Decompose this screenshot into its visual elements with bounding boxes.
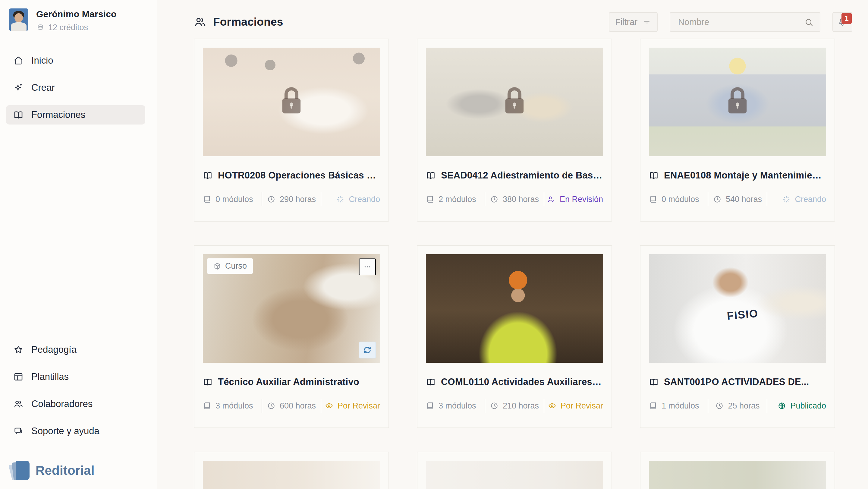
sidebar-item-label: Inicio [31,55,53,66]
course-card[interactable]: Curso Técnico Auxiliar Administrativo 3 … [194,245,389,428]
layout-icon [13,372,24,382]
clock-icon [267,195,276,204]
book-icon [426,402,434,410]
course-image-restaurant [203,48,380,156]
sidebar-item-colaboradores[interactable]: Colaboradores [6,394,145,414]
filter-label: Filtrar [615,17,638,27]
course-card[interactable] [194,452,389,489]
top-controls: Filtrar 1 [609,12,852,32]
sidebar-item-formaciones[interactable]: Formaciones [6,105,145,124]
hours-stat: 380 horas [485,195,544,204]
clock-icon [715,402,724,410]
logo-text: Reditorial [36,463,95,478]
sparkles-icon [13,83,24,93]
course-card[interactable]: COML0110 Actividades Auxiliares de... 3 … [417,245,612,428]
modules-stat: 1 módulos [649,401,708,410]
course-image-dog-training [426,48,603,156]
course-meta: 0 módulos 540 horas Creando [649,192,826,206]
cube-icon [213,262,221,270]
lock-icon [501,84,527,117]
lock-icon [278,84,304,117]
course-card[interactable] [417,452,612,489]
course-title: SEAD0412 Adiestramiento de Base y... [441,170,603,181]
course-title: Técnico Auxiliar Administrativo [218,376,359,388]
notification-badge: 1 [841,13,852,24]
filter-icon [642,18,651,27]
course-meta: 3 módulos 600 horas Por Revisar [203,399,380,413]
book-icon [203,402,211,410]
clock-icon [490,402,498,410]
course-image-physio: FISIO [649,254,826,363]
card-sync-button[interactable] [359,342,376,359]
hours-stat: 600 horas [262,401,321,410]
course-card[interactable]: SEAD0412 Adiestramiento de Base y... 2 m… [417,39,612,222]
user-card[interactable]: Gerónimo Marsico 12 créditos [0,8,157,32]
clock-icon [490,195,498,204]
ellipsis-icon [363,262,372,271]
filter-button[interactable]: Filtrar [609,12,658,32]
course-image [649,461,826,489]
course-card[interactable]: FISIO SANT001PO ACTIVIDADES DE... 1 módu… [640,245,835,428]
course-type-badge: Curso [207,258,253,274]
topbar: Formaciones Filtrar 1 [157,0,868,33]
course-image [203,461,380,489]
status-badge: Por Revisar [321,401,380,410]
notifications-button[interactable]: 1 [832,12,852,32]
course-book-icon [203,377,213,387]
book-icon [203,195,211,204]
course-card[interactable]: ENAE0108 Montaje y Mantenimiento... 0 mó… [640,39,835,222]
page-title: Formaciones [194,16,283,28]
clock-icon [267,402,276,410]
sidebar-item-plantillas[interactable]: Plantillas [6,367,145,387]
chat-icon [13,426,24,436]
course-card[interactable]: HOTR0208 Operaciones Básicas de... 0 mód… [194,39,389,222]
book-icon [426,195,434,204]
card-menu-button[interactable] [359,258,376,275]
status-badge: Publicado [767,401,826,410]
sidebar-nav-secondary: Pedagogía Plantillas Colaboradores Sopor… [0,340,157,484]
globe-icon [778,402,786,410]
course-title: ENAE0108 Montaje y Mantenimiento... [664,170,826,181]
sidebar-item-label: Formaciones [31,110,85,120]
sidebar-item-inicio[interactable]: Inicio [6,51,145,70]
status-badge: Creando [321,195,380,204]
credits-label: 12 créditos [48,23,88,32]
course-book-icon [426,377,435,387]
user-name: Gerónimo Marsico [36,9,117,19]
sidebar-item-label: Plantillas [31,371,69,382]
course-card[interactable] [640,452,835,489]
course-image-solar [649,48,826,156]
course-meta: 2 módulos 380 horas En Revisión [426,192,603,206]
modules-stat: 3 módulos [203,401,261,410]
hours-stat: 540 horas [708,195,767,204]
sidebar-item-crear[interactable]: Crear [6,78,145,97]
status-badge: Por Revisar [544,401,603,410]
status-badge: Creando [767,195,826,204]
modules-stat: 3 módulos [426,401,485,410]
status-badge: En Revisión [544,195,603,204]
course-image-office: Curso [203,254,380,363]
modules-stat: 0 módulos [203,195,261,204]
course-grid: HOTR0208 Operaciones Básicas de... 0 mód… [194,39,868,489]
hours-stat: 210 horas [485,401,544,410]
sidebar-item-label: Soporte y ayuda [31,426,99,436]
hours-stat: 25 horas [708,401,767,410]
sidebar: Gerónimo Marsico 12 créditos Inicio Crea… [0,0,157,489]
avatar [9,8,28,31]
logo-book-icon [10,461,30,481]
search-input[interactable] [670,13,820,31]
course-title: COML0110 Actividades Auxiliares de... [441,376,603,388]
modules-stat: 0 módulos [649,195,708,204]
user-check-icon [547,195,555,204]
sidebar-item-pedagogia[interactable]: Pedagogía [6,340,145,359]
lock-icon [724,84,750,117]
modules-stat: 2 módulos [426,195,485,204]
hours-stat: 290 horas [262,195,321,204]
eye-icon [325,402,333,410]
course-image-warehouse [426,254,603,363]
sidebar-item-soporte[interactable]: Soporte y ayuda [6,422,145,441]
credits-icon [36,24,44,32]
course-book-icon [649,171,658,180]
star-icon [13,344,24,355]
app-logo[interactable]: Reditorial [0,449,157,484]
